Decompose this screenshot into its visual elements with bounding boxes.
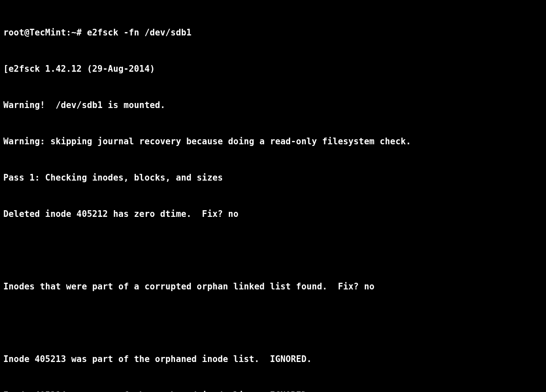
prompt-path: :~# xyxy=(66,28,87,38)
terminal-output-line: Warning! /dev/sdb1 is mounted. xyxy=(3,99,543,111)
terminal-output-line xyxy=(3,244,543,256)
terminal-output-line: [e2fsck 1.42.12 (29-Aug-2014) xyxy=(3,63,543,75)
terminal-line-prompt-1: root@TecMint:~# e2fsck -fn /dev/sdb1 xyxy=(3,27,543,39)
prompt-user-host: root@TecMint xyxy=(3,28,66,38)
terminal-window[interactable]: root@TecMint:~# e2fsck -fn /dev/sdb1 [e2… xyxy=(0,0,546,392)
terminal-output-line xyxy=(3,317,543,329)
terminal-output-line: Inode 405213 was part of the orphaned in… xyxy=(3,353,543,365)
terminal-output-line: Warning: skipping journal recovery becau… xyxy=(3,136,543,148)
terminal-output-line: Inode 405214 was part of the orphaned in… xyxy=(3,389,543,392)
terminal-output-line: Pass 1: Checking inodes, blocks, and siz… xyxy=(3,172,543,184)
command-text: e2fsck -fn /dev/sdb1 xyxy=(87,28,192,38)
terminal-output-line: Inodes that were part of a corrupted orp… xyxy=(3,281,543,293)
terminal-output-line: Deleted inode 405212 has zero dtime. Fix… xyxy=(3,208,543,220)
